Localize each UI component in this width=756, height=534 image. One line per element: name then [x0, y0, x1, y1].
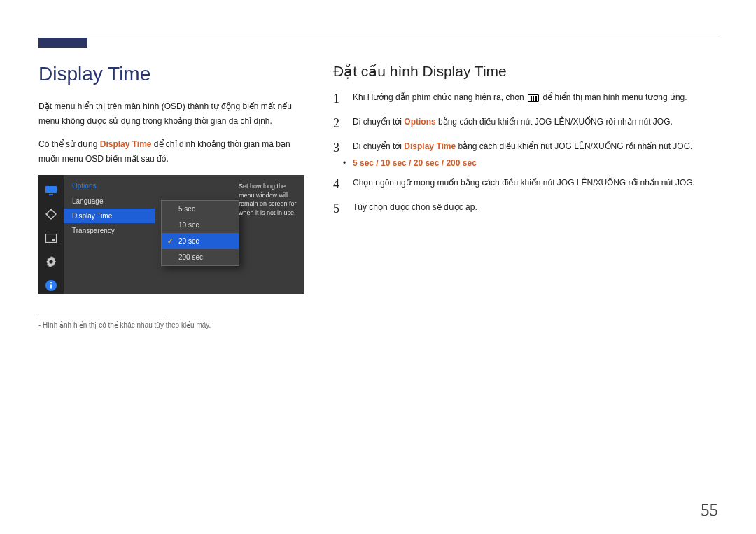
step2-post: bằng cách điều khiển nút JOG LÊN/XUỐNG r…	[436, 117, 673, 127]
svg-point-3	[50, 209, 52, 211]
step-4: Chọn ngôn ngữ mong muốn bằng cách điều k…	[333, 176, 718, 190]
step2-highlight: Options	[404, 117, 435, 127]
pip-icon	[44, 231, 58, 245]
osd-menu-item[interactable]: Display Time	[64, 209, 155, 223]
header-accent	[38, 38, 88, 48]
osd-menu-header: Options	[64, 182, 155, 194]
svg-rect-11	[50, 285, 52, 289]
info-icon	[44, 279, 58, 293]
step-5: Tùy chọn được chọn sẽ được áp.	[333, 201, 718, 214]
svg-rect-0	[46, 186, 57, 193]
svg-point-5	[46, 213, 48, 215]
svg-point-12	[50, 282, 52, 283]
intro-para-2: Có thể sử dụng Display Time để chỉ định …	[38, 137, 308, 167]
step-1: Khi Hướng dẫn phím chức năng hiện ra, ch…	[333, 91, 718, 104]
osd-description: Set how long the menu window will remain…	[239, 182, 299, 217]
osd-menu: Options Language Display Time Transparen…	[64, 175, 155, 294]
svg-point-6	[55, 213, 56, 215]
osd-submenu-item[interactable]: ✓ 20 sec	[162, 233, 239, 249]
svg-rect-2	[46, 209, 56, 219]
section-title: Display Time	[38, 63, 308, 85]
steps-list: Khi Hướng dẫn phím chức năng hiện ra, ch…	[333, 91, 718, 154]
svg-point-9	[49, 260, 52, 263]
step2-pre: Di chuyển tới	[353, 117, 404, 127]
osd-submenu-item[interactable]: 5 sec	[162, 201, 239, 217]
para2-pre: Có thể sử dụng	[38, 139, 100, 149]
options-bullet: 5 sec / 10 sec / 20 sec / 200 sec	[353, 158, 718, 168]
step1-pre: Khi Hướng dẫn phím chức năng hiện ra, ch…	[353, 92, 526, 102]
step1-post: để hiển thị màn hình menu tương ứng.	[540, 92, 687, 102]
step3-highlight: Display Time	[404, 141, 456, 151]
osd-submenu-item[interactable]: 200 sec	[162, 249, 239, 265]
page-number: 55	[701, 500, 718, 520]
svg-rect-1	[49, 194, 53, 195]
position-icon	[44, 207, 58, 221]
osd-screenshot: Options Language Display Time Transparen…	[38, 175, 304, 294]
config-title: Đặt cấu hình Display Time	[333, 63, 718, 80]
svg-point-4	[50, 218, 52, 219]
step-2: Di chuyển tới Options bằng cách điều khi…	[333, 115, 718, 129]
check-icon: ✓	[167, 237, 173, 245]
page-content: Display Time Đặt menu hiển thị trên màn …	[38, 63, 718, 513]
osd-menu-item[interactable]: Transparency	[64, 223, 155, 238]
right-column: Đặt cấu hình Display Time Khi Hướng dẫn …	[333, 63, 718, 513]
gear-icon	[44, 255, 58, 269]
para2-highlight: Display Time	[100, 139, 152, 149]
osd-menu-item[interactable]: Language	[64, 194, 155, 209]
step3-post: bằng cách điều khiển nút JOG LÊN/XUỐNG r…	[456, 141, 692, 151]
header-rule	[38, 38, 718, 50]
menu-icon	[528, 94, 539, 102]
left-column: Display Time Đặt menu hiển thị trên màn …	[38, 63, 308, 513]
osd-submenu: 5 sec 10 sec ✓ 20 sec 200 sec	[161, 200, 239, 266]
step3-pre: Di chuyển tới	[353, 141, 404, 151]
monitor-icon	[44, 183, 58, 197]
osd-submenu-item[interactable]: 10 sec	[162, 217, 239, 233]
osd-iconbar	[38, 175, 64, 294]
step-3: Di chuyển tới Display Time bằng cách điề…	[333, 140, 718, 153]
footnote-divider	[38, 314, 164, 314]
steps-list-continued: Chọn ngôn ngữ mong muốn bằng cách điều k…	[333, 176, 718, 214]
options-list: 5 sec / 10 sec / 20 sec / 200 sec	[353, 158, 477, 168]
intro-para-1: Đặt menu hiển thị trên màn hình (OSD) th…	[38, 99, 308, 129]
osd-submenu-label: 20 sec	[178, 237, 199, 245]
footnote: Hình ảnh hiển thị có thể khác nhau tùy t…	[38, 321, 308, 329]
svg-rect-8	[52, 239, 55, 241]
